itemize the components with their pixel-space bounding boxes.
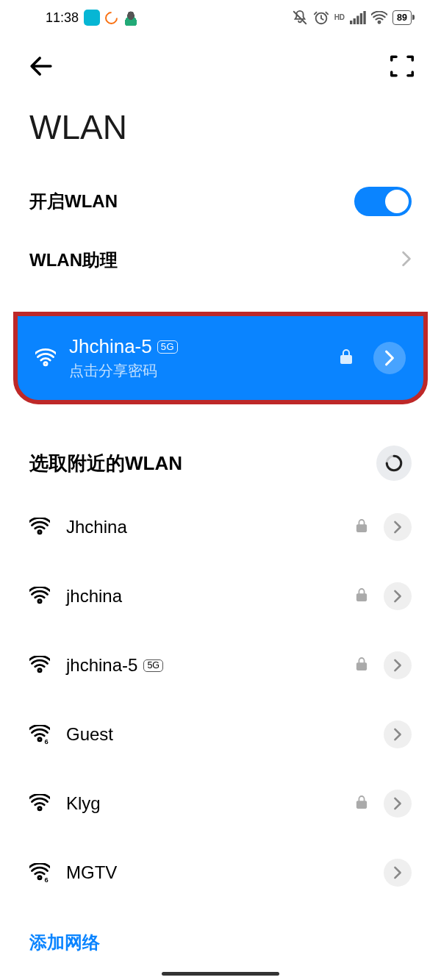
connected-name-row: Jhchina-5 5G (69, 335, 326, 358)
band-badge: 5G (143, 659, 163, 672)
network-ssid: Jhchina (66, 517, 340, 537)
wlan-assistant-label: WLAN助理 (29, 248, 118, 272)
network-item[interactable]: 6MGTV (0, 838, 441, 907)
app-icon-2 (103, 9, 121, 26)
wifi-icon (371, 11, 387, 24)
wifi-signal-icon: 6 (29, 725, 50, 744)
wifi-signal-icon (29, 794, 50, 813)
lock-icon (356, 657, 368, 674)
cellular-signal-icon (350, 11, 366, 24)
network-ssid: Klyg (66, 793, 340, 814)
details-button[interactable] (384, 513, 412, 541)
details-button[interactable] (384, 720, 412, 748)
connected-info: Jhchina-5 5G 点击分享密码 (69, 335, 326, 381)
page-title: WLAN (0, 100, 441, 171)
network-item[interactable]: Jhchina (0, 493, 441, 562)
network-ssid: jhchina-55G (66, 655, 340, 676)
app-icon-3 (123, 10, 139, 26)
nearby-title: 选取附近的WLAN (29, 451, 182, 476)
svg-rect-4 (360, 13, 362, 24)
network-ssid: MGTV (66, 862, 368, 883)
wlan-assistant-row[interactable]: WLAN助理 (0, 232, 441, 288)
app-icon-1 (84, 10, 100, 26)
svg-rect-2 (354, 18, 356, 24)
lock-icon (340, 348, 353, 368)
nearby-section-header: 选取附近的WLAN (0, 404, 441, 493)
connected-subtitle: 点击分享密码 (69, 361, 326, 381)
details-button[interactable] (373, 342, 406, 374)
alarm-icon (313, 10, 329, 26)
qr-scan-button[interactable] (388, 52, 416, 83)
connected-ssid: Jhchina-5 (69, 335, 152, 358)
lock-icon (356, 587, 368, 605)
lock-icon (356, 518, 368, 536)
lock-icon (356, 795, 368, 812)
status-time: 11:38 (46, 10, 79, 26)
status-left: 11:38 (46, 10, 139, 26)
svg-rect-1 (350, 21, 352, 24)
add-network-button[interactable]: 添加网络 (0, 907, 441, 978)
header (0, 35, 441, 100)
svg-rect-5 (363, 11, 365, 24)
wlan-enable-row: 开启WLAN (0, 171, 441, 232)
connected-network-card[interactable]: Jhchina-5 5G 点击分享密码 (13, 312, 428, 404)
wlan-enable-label: 开启WLAN (29, 190, 118, 213)
toggle-knob (385, 190, 409, 213)
wlan-toggle[interactable] (354, 187, 412, 216)
wifi-signal-icon (29, 656, 50, 675)
network-ssid: Guest (66, 724, 368, 745)
details-button[interactable] (384, 651, 412, 679)
wifi-signal-icon: 6 (29, 863, 50, 882)
band-badge: 5G (157, 340, 178, 354)
svg-text:6: 6 (44, 876, 48, 882)
wifi-signal-icon (35, 348, 56, 368)
network-list: Jhchinajhchinajhchina-55G6GuestKlyg6MGTV (0, 493, 441, 907)
battery-indicator: 89 (392, 10, 412, 25)
chevron-right-icon (401, 249, 412, 272)
wifi-signal-icon (29, 587, 50, 606)
network-item[interactable]: Klyg (0, 769, 441, 838)
silent-icon (292, 10, 308, 26)
details-button[interactable] (384, 790, 412, 818)
refresh-button[interactable] (376, 446, 412, 481)
svg-rect-3 (356, 16, 359, 25)
details-button[interactable] (384, 859, 412, 887)
status-right: HD 89 (292, 10, 412, 26)
network-ssid: jhchina (66, 586, 340, 607)
network-item[interactable]: 6Guest (0, 700, 441, 769)
wifi-signal-icon (29, 518, 50, 537)
svg-text:6: 6 (44, 738, 48, 744)
back-button[interactable] (25, 50, 57, 85)
hd-indicator: HD (334, 14, 345, 21)
status-bar: 11:38 HD 89 (0, 0, 441, 35)
details-button[interactable] (384, 582, 412, 610)
home-indicator (162, 972, 279, 976)
network-item[interactable]: jhchina (0, 562, 441, 631)
network-item[interactable]: jhchina-55G (0, 631, 441, 700)
